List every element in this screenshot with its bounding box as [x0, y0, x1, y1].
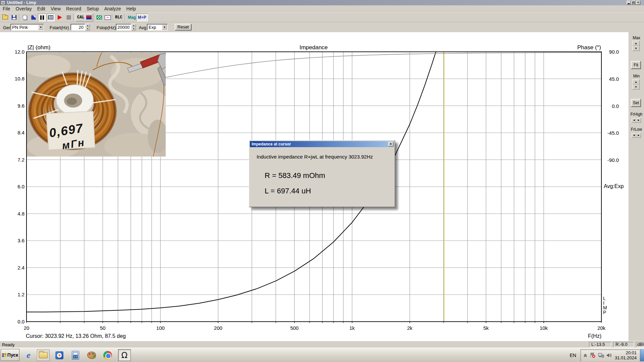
dialog-title: Impedance at cursor — [252, 142, 291, 146]
frlow-label: FrLow — [629, 127, 644, 132]
calibrate-button[interactable]: CAL — [75, 13, 86, 21]
language-indicator[interactable]: EN — [570, 353, 576, 358]
reset-button[interactable]: Reset — [175, 24, 192, 31]
max-spinner[interactable]: ▲▼ — [632, 41, 640, 51]
phase-tick-label: -90.0 — [607, 157, 619, 163]
security-alert-flag-icon[interactable] — [590, 353, 596, 358]
save-floppy-icon — [12, 15, 16, 20]
app-icon: Ω — [1, 1, 5, 5]
rlc-button[interactable]: RLC — [114, 13, 124, 21]
right-level-indicator: R:-9.0 — [613, 342, 634, 347]
show-desktop-button[interactable] — [640, 349, 644, 361]
pause-icon — [40, 15, 44, 20]
menu-item-view[interactable]: View — [48, 6, 63, 12]
speaker-icon[interactable] — [606, 353, 612, 358]
open-button[interactable] — [1, 13, 9, 21]
dialog-title-bar[interactable]: Impedance at cursor × — [250, 141, 394, 147]
z-tick-label: 10.8 — [15, 76, 24, 81]
min-spinner[interactable]: ▲▼ — [632, 79, 640, 89]
copy-button[interactable] — [21, 13, 29, 21]
fstop-input[interactable]: 20000 — [116, 24, 131, 31]
fstart-input[interactable]: 20 — [70, 24, 85, 31]
fstop-spinner[interactable]: ▲▼ — [131, 24, 136, 31]
stop-button[interactable] — [65, 13, 73, 21]
taskbar-file-explorer[interactable] — [37, 349, 50, 361]
network-icon[interactable] — [598, 353, 604, 358]
close-button[interactable]: × — [636, 1, 640, 5]
z-tick-label: 0.0 — [17, 319, 24, 324]
phase-tick-label: 0.0 — [612, 103, 619, 109]
paint-palette-icon — [87, 352, 96, 359]
min-label: Min — [629, 74, 644, 78]
right-axis-title: Phase (°) — [550, 44, 601, 51]
menu-item-setup[interactable]: Setup — [84, 6, 102, 12]
taskbar-calculator[interactable] — [69, 349, 82, 361]
start-button[interactable]: Пуск — [1, 349, 19, 361]
toolbar: CAL ~ RLC Mag M+P — [0, 12, 644, 22]
coil-photo: 0,697 мГн — [27, 53, 166, 157]
menu-item-edit[interactable]: Edit — [35, 6, 48, 12]
frlow-arrows[interactable]: ◄► — [632, 133, 641, 138]
generator-select[interactable]: PN Pink ▼ — [10, 24, 44, 31]
record-play-button[interactable] — [56, 13, 64, 21]
red-blue-signal-icon — [86, 15, 92, 19]
control-bar: Gen PN Pink ▼ Fstart(Hz) 20 ▲▼ Fstop(Hz)… — [0, 22, 644, 32]
magnitude-phase-button[interactable]: M+P — [136, 13, 148, 21]
fstart-spinner[interactable]: ▲▼ — [86, 24, 90, 31]
x-tick-label: 2k — [407, 325, 413, 331]
avg-select[interactable]: Exp ▼ — [147, 24, 168, 31]
magnitude-button[interactable]: Mag — [126, 13, 137, 21]
dialog-close-button[interactable]: × — [388, 142, 393, 146]
frhigh-arrows[interactable]: ◄► — [632, 118, 641, 123]
menu-item-overlay[interactable]: Overlay — [13, 6, 35, 12]
z-tick-label: 2.4 — [17, 265, 24, 270]
generator-button[interactable] — [85, 13, 93, 21]
x-tick-label: 100 — [156, 325, 165, 331]
avg-value: Exp — [149, 25, 156, 30]
fit-button[interactable]: Fit — [631, 61, 641, 69]
menu-item-record[interactable]: Record — [63, 6, 84, 12]
z-tick-label: 6.0 — [17, 184, 24, 189]
taskbar-paint[interactable] — [85, 349, 98, 361]
taskbar-internet-explorer[interactable]: e — [22, 349, 35, 361]
green-spectrum-icon — [97, 15, 102, 19]
sine-wave-icon: ~ — [105, 15, 111, 20]
start-label: Пуск — [7, 352, 18, 358]
copy-document-icon — [23, 15, 27, 20]
minimize-button[interactable] — [627, 1, 631, 5]
tray-box: 20:01 31.01.2024 — [580, 349, 639, 361]
phase-tick-label: -45.0 — [607, 130, 619, 136]
stop-icon — [67, 15, 71, 19]
table-view-button[interactable] — [47, 13, 55, 21]
open-folder-icon — [2, 15, 8, 19]
avg-mode-display: Avg:Exp — [604, 183, 624, 189]
clock[interactable]: 20:01 31.01.2024 — [615, 350, 637, 360]
menu-item-help[interactable]: Help — [124, 6, 139, 12]
signal-button[interactable]: ~ — [104, 13, 112, 21]
overlay-button[interactable] — [30, 13, 38, 21]
side-panel: Max ▲▼ Fit Min ▲▼ Set FrHigh ◄► FrLow ◄► — [628, 32, 644, 341]
save-button[interactable] — [10, 13, 18, 21]
menu-item-analyze[interactable]: Analyze — [102, 6, 124, 12]
taskbar-media-player[interactable] — [53, 349, 66, 361]
dropdown-arrow-icon[interactable]: ▼ — [162, 24, 167, 30]
taskbar-chrome[interactable] — [101, 349, 114, 361]
x-tick-label: 50 — [100, 325, 106, 331]
folder-icon — [39, 352, 48, 358]
taskbar-limp-active[interactable]: Ω — [118, 349, 131, 361]
chevron-up-icon[interactable] — [583, 353, 587, 357]
gen-label: Gen — [3, 25, 11, 30]
impedance-at-cursor-dialog: Impedance at cursor × Inductive impedanc… — [249, 140, 395, 207]
left-axis-title: |Z| (ohm) — [28, 44, 50, 51]
avg-label: Avg — [139, 25, 146, 30]
x-tick-label: 10k — [540, 325, 548, 331]
set-button[interactable]: Set — [631, 99, 641, 107]
spectrum-button[interactable] — [95, 13, 103, 21]
pause-button[interactable] — [38, 13, 46, 21]
dropdown-arrow-icon[interactable]: ▼ — [38, 24, 43, 30]
omega-icon: Ω — [121, 351, 127, 360]
menu-item-file[interactable]: File — [0, 6, 13, 12]
restore-button[interactable] — [631, 1, 636, 5]
z-tick-label: 3.6 — [17, 238, 24, 243]
inductance-value: L = 697.44 uH — [265, 187, 311, 195]
